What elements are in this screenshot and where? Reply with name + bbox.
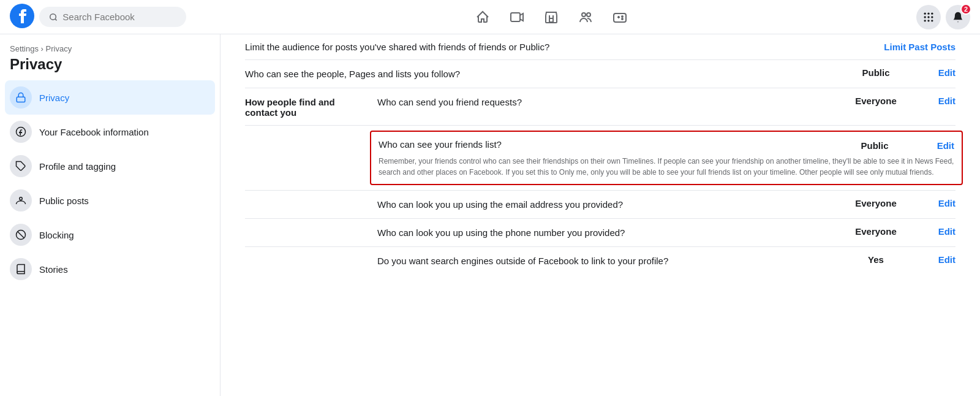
friends-list-edit-button[interactable]: Edit [930,140,954,151]
phone-lookup-value: Everyone [845,226,907,237]
svg-rect-3 [511,13,520,21]
lock-icon [10,86,32,109]
breadcrumb-separator: › [41,44,43,53]
email-lookup-row: Who can look you up using the email addr… [245,191,956,219]
phone-lookup-edit-button[interactable]: Edit [931,226,956,237]
groups-nav-button[interactable] [571,4,600,31]
apps-button[interactable] [916,5,941,29]
svg-point-22 [20,197,23,200]
friends-list-desc: Remember, your friends control who can s… [379,156,954,178]
svg-rect-4 [549,18,553,22]
email-lookup-question: Who can look you up using the email addr… [377,198,835,211]
svg-point-5 [582,13,586,17]
sidebar: Settings › Privacy Privacy Privacy Your … [0,34,221,396]
sidebar-item-privacy[interactable]: Privacy [5,80,215,115]
friend-requests-row: How people find and contact you Who can … [245,88,956,126]
breadcrumb: Settings › Privacy [5,44,215,53]
marketplace-nav-button[interactable] [537,4,566,31]
svg-point-15 [931,16,933,18]
sidebar-item-blocking[interactable]: Blocking [5,218,215,252]
svg-line-2 [55,18,57,20]
search-icon [49,12,58,22]
friend-requests-question: Who can send you friend requests? [377,96,835,109]
home-nav-button[interactable] [468,4,497,31]
friends-list-row: Who can see your friends list? Public Ed… [245,126,956,191]
email-lookup-value: Everyone [845,198,907,208]
breadcrumb-parent: Settings [10,44,39,53]
friends-list-question: Who can see your friends list? [379,138,502,151]
limit-past-posts-row: Limit the audience for posts you've shar… [245,34,956,60]
svg-point-14 [927,16,929,18]
friends-list-highlighted: Who can see your friends list? Public Ed… [370,131,963,185]
search-engines-row-right: Yes Edit [845,254,956,265]
svg-point-12 [931,12,933,14]
svg-point-6 [587,13,590,17]
follow-question: Who can see the people, Pages and lists … [245,67,835,80]
svg-point-17 [927,20,929,21]
sidebar-title: Privacy [5,56,215,73]
search-engines-spacer [245,254,368,256]
page-layout: Settings › Privacy Privacy Privacy Your … [0,34,980,396]
email-lookup-spacer [245,198,368,199]
facebook-circle-icon [10,121,32,143]
phone-lookup-row-right: Everyone Edit [845,226,956,237]
breadcrumb-current: Privacy [46,44,72,53]
sidebar-item-public-posts-label: Public posts [39,196,89,206]
block-icon [10,224,32,246]
contact-section-label: How people find and contact you [245,96,368,118]
svg-rect-19 [17,97,25,102]
limit-past-posts-question: Limit the audience for posts you've shar… [245,42,884,52]
video-nav-button[interactable] [502,4,532,31]
search-input[interactable] [62,12,176,22]
friends-list-value: Public [844,140,905,151]
main-content: Limit the audience for posts you've shar… [221,34,980,396]
sidebar-item-profile-tagging-label: Profile and tagging [39,161,116,172]
friends-list-section-spacer [245,131,368,132]
tag-icon [10,155,32,177]
email-lookup-edit-button[interactable]: Edit [931,198,956,208]
limit-past-posts-text: Limit the audience for posts you've shar… [245,42,549,52]
sidebar-item-profile-tagging[interactable]: Profile and tagging [5,149,215,183]
public-posts-icon [10,189,32,211]
phone-lookup-question: Who can look you up using the phone numb… [377,226,835,239]
topnav-right: 2 [916,5,970,29]
friend-requests-value: Everyone [845,96,907,106]
search-bar[interactable] [39,7,186,27]
sidebar-item-facebook-information[interactable]: Your Facebook information [5,115,215,149]
topnav: 2 [0,0,980,34]
svg-point-9 [622,18,623,20]
svg-point-10 [924,12,926,14]
follow-edit-button[interactable]: Edit [931,67,956,78]
sidebar-item-facebook-information-label: Your Facebook information [39,127,149,137]
friend-requests-edit-button[interactable]: Edit [931,96,956,106]
phone-lookup-row: Who can look you up using the phone numb… [245,219,956,247]
friend-requests-row-right: Everyone Edit [845,96,956,106]
search-engines-row: Do you want search engines outside of Fa… [245,247,956,275]
facebook-logo[interactable] [10,4,39,30]
follow-row-right: Public Edit [845,67,956,78]
search-engines-question: Do you want search engines outside of Fa… [377,254,835,267]
svg-point-11 [927,12,929,14]
follow-value: Public [845,67,907,78]
svg-point-16 [924,20,926,21]
gaming-nav-button[interactable] [605,4,635,31]
sidebar-item-stories[interactable]: Stories [5,252,215,286]
nav-center [186,4,916,31]
stories-icon [10,258,32,280]
limit-past-posts-action[interactable]: Limit Past Posts [884,42,956,52]
contact-section: How people find and contact you Who can … [245,88,956,275]
email-lookup-row-right: Everyone Edit [845,198,956,208]
svg-point-13 [924,16,926,18]
notification-badge: 2 [960,4,971,15]
search-engines-value: Yes [845,254,907,265]
sidebar-item-stories-label: Stories [39,264,68,275]
search-engines-edit-button[interactable]: Edit [931,254,956,265]
friends-list-content: Who can see your friends list? Public Ed… [377,131,956,185]
sidebar-item-privacy-label: Privacy [39,93,69,103]
svg-point-8 [622,16,623,17]
sidebar-item-blocking-label: Blocking [39,230,74,240]
follow-row: Who can see the people, Pages and lists … [245,60,956,88]
svg-point-18 [931,20,933,21]
sidebar-item-public-posts[interactable]: Public posts [5,183,215,218]
notifications-button[interactable]: 2 [946,5,970,29]
